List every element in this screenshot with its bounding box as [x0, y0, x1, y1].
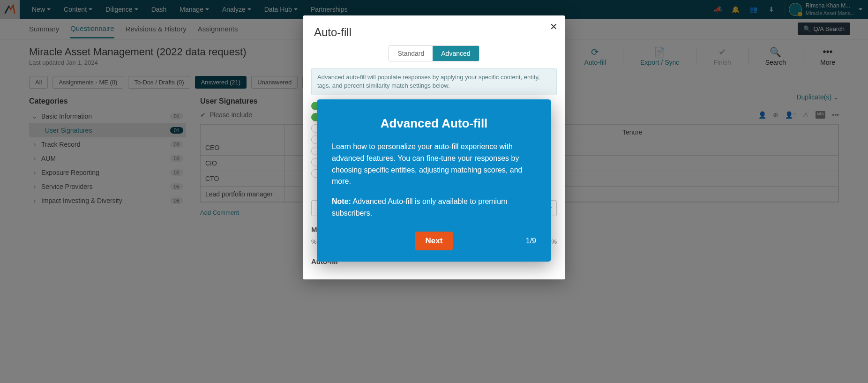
next-button[interactable]: Next: [415, 232, 453, 250]
info-banner: Advanced auto-fill will populate respons…: [311, 68, 557, 95]
tab-standard[interactable]: Standard: [389, 46, 433, 61]
tour-title: Advanced Auto-fill: [332, 116, 536, 131]
tour-popup: Advanced Auto-fill Learn how to personal…: [317, 99, 551, 262]
tour-body: Learn how to personalize your auto-fill …: [332, 141, 536, 188]
tour-note: Note: Advanced Auto-fill is only availab…: [332, 196, 536, 219]
modal-title: Auto-fill: [303, 15, 565, 45]
step-indicator: 1/9: [526, 237, 536, 245]
close-icon[interactable]: ✕: [550, 21, 558, 32]
tab-advanced[interactable]: Advanced: [433, 46, 479, 61]
modal-tabs: Standard Advanced: [389, 45, 479, 61]
